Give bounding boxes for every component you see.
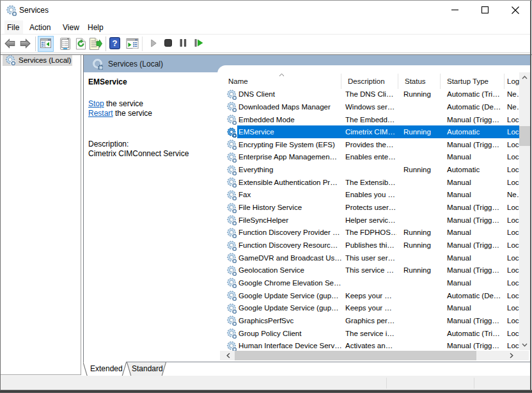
svg-text:?: ? [113,38,118,48]
